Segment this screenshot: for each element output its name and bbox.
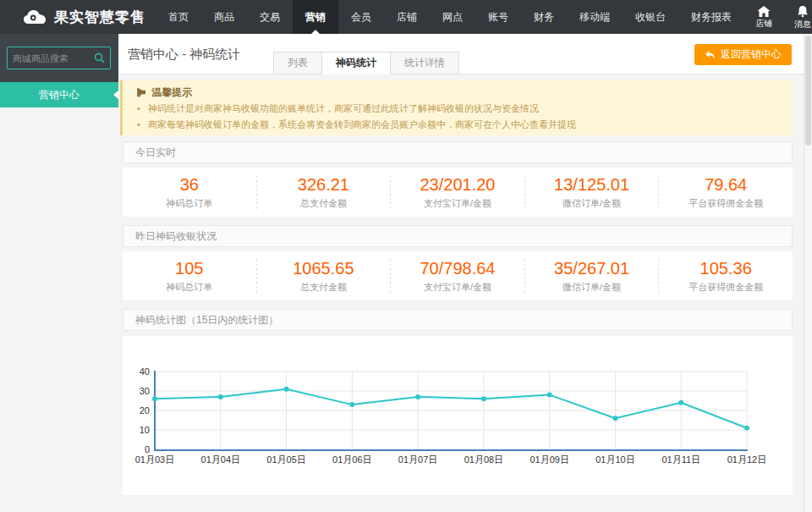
svg-text:01月11日: 01月11日 [661, 454, 700, 465]
stat-label: 微信订单/金额 [525, 198, 659, 209]
data-point [678, 400, 683, 405]
sidebar-search-box [7, 47, 111, 69]
data-point [612, 416, 617, 421]
nav-item[interactable]: 会员 [338, 0, 384, 34]
data-point [481, 396, 486, 401]
nav-item[interactable]: 商品 [201, 0, 247, 34]
nav-item[interactable]: 店铺 [384, 0, 430, 34]
stat-item: 23/201.20支付宝订单/金额 [390, 175, 524, 209]
svg-text:01月08日: 01月08日 [464, 454, 503, 465]
svg-text:01月05日: 01月05日 [266, 454, 305, 465]
back-arrow-icon [705, 50, 716, 60]
nav-menu: 首页商品交易营销会员店铺网点账号财务移动端收银台财务报表 [156, 0, 744, 34]
stat-label: 微信订单/金额 [525, 282, 659, 293]
stat-label: 支付宝订单/金额 [391, 198, 524, 209]
chart-card: 01020304001月03日01月04日01月05日01月06日01月07日0… [123, 336, 793, 495]
stat-value: 326.21 [257, 175, 391, 194]
search-icon[interactable] [94, 52, 105, 63]
notice-list: 神码统计是对商家神马收银功能的账单统计，商家可通过此统计了解神码收银的状况与资金… [134, 102, 781, 130]
svg-text:10: 10 [140, 425, 150, 435]
app-logo[interactable]: 果实智慧零售 [0, 8, 156, 27]
stat-item: 36神码总订单 [123, 175, 256, 209]
data-point [547, 393, 552, 398]
nav-item[interactable]: 财务 [521, 0, 567, 34]
message-bell-icon [783, 6, 812, 18]
sidebar-item-label: 营销中心 [39, 89, 80, 101]
stats-card-today: 36神码总订单326.21总支付金额23/201.20支付宝订单/金额13/12… [123, 168, 793, 217]
app-title: 果实智慧零售 [54, 8, 145, 27]
svg-text:01月09日: 01月09日 [529, 454, 568, 465]
svg-text:01月03日: 01月03日 [135, 454, 174, 465]
stat-item: 13/125.01微信订单/金额 [524, 175, 659, 209]
main-content: 温馨提示 神码统计是对商家神马收银功能的账单统计，商家可通过此统计了解神码收银的… [118, 74, 804, 495]
nav-item[interactable]: 收银台 [623, 0, 678, 34]
sidebar-item-marketing-center[interactable]: 营销中心 [0, 82, 118, 107]
nav-item[interactable]: 营销 [293, 0, 338, 34]
stat-value: 13/125.01 [525, 175, 659, 194]
stat-label: 支付宝订单/金额 [391, 282, 524, 293]
page-scrollbar[interactable] [804, 34, 812, 512]
search-input[interactable] [13, 53, 94, 63]
stat-label: 神码总订单 [123, 282, 256, 293]
nav-item[interactable]: 财务报表 [678, 0, 744, 34]
data-point [415, 394, 420, 399]
stat-value: 70/798.64 [391, 259, 524, 278]
notice-title-row: 温馨提示 [134, 86, 781, 98]
tab-统计详情[interactable]: 统计详情 [391, 52, 459, 74]
quick-action-label: 消息 [783, 19, 812, 29]
breadcrumb: 营销中心 - 神码统计 [128, 34, 240, 74]
nav-item[interactable]: 交易 [247, 0, 293, 34]
data-point [152, 396, 157, 401]
cloud-logo-icon [22, 8, 47, 25]
stat-label: 平台获得佣金金额 [659, 282, 793, 293]
section-header-chart: 神码统计图（15日内的统计图） [123, 309, 793, 331]
stat-item: 105神码总订单 [123, 259, 256, 293]
stat-label: 神码总订单 [123, 198, 256, 209]
stat-value: 35/267.01 [525, 259, 659, 278]
notice-item: 神码统计是对商家神马收银功能的账单统计，商家可通过此统计了解神码收银的状况与资金… [134, 102, 781, 114]
nav-item[interactable]: 账号 [475, 0, 521, 34]
stat-item: 1065.65总支付金额 [256, 259, 391, 293]
svg-text:30: 30 [140, 386, 150, 396]
stat-value: 36 [123, 175, 256, 194]
tab-列表[interactable]: 列表 [273, 52, 322, 74]
top-navbar: 果实智慧零售 首页商品交易营销会员店铺网点账号财务移动端收银台财务报表 店铺消息… [0, 0, 812, 34]
stat-value: 105.36 [659, 259, 793, 278]
stat-item: 35/267.01微信订单/金额 [524, 259, 659, 293]
svg-text:20: 20 [140, 405, 150, 416]
svg-text:01月12日: 01月12日 [727, 454, 766, 465]
section-header-yesterday: 昨日神码收银状况 [123, 225, 793, 247]
stat-item: 79.64平台获得佣金金额 [658, 175, 793, 209]
nav-item[interactable]: 网点 [430, 0, 475, 34]
stat-label: 总支付金额 [257, 198, 391, 209]
data-point [744, 426, 749, 431]
stats-card-yesterday: 105神码总订单1065.65总支付金额70/798.64支付宝订单/金额35/… [123, 251, 793, 300]
stat-item: 326.21总支付金额 [256, 175, 391, 209]
scrollbar-thumb[interactable] [805, 36, 811, 146]
quick-action-店铺[interactable]: 店铺 [744, 6, 783, 28]
nav-item[interactable]: 首页 [156, 0, 201, 34]
quick-action-label: 店铺 [744, 19, 783, 28]
page-header: 营销中心 - 神码统计 列表神码统计统计详情 返回营销中心 [118, 34, 804, 74]
stat-value: 79.64 [659, 175, 793, 194]
notice-item: 商家每笔神码收银订单的金额，系统会将资金转到商家的会员账户余额中，商家可在个人中… [134, 118, 781, 130]
section-header-today: 今日实时 [123, 141, 793, 163]
quick-action-消息[interactable]: 消息 [783, 6, 812, 29]
stat-label: 平台获得佣金金额 [659, 198, 793, 209]
sidebar [0, 34, 118, 82]
tab-神码统计[interactable]: 神码统计 [322, 52, 391, 74]
navbar-quick-actions: 店铺消息清缓存 [744, 4, 812, 30]
data-point [218, 394, 223, 399]
data-point [284, 387, 289, 392]
notice-box: 温馨提示 神码统计是对商家神马收银功能的账单统计，商家可通过此统计了解神码收银的… [120, 80, 793, 135]
stat-value: 23/201.20 [391, 175, 524, 194]
line-chart: 01020304001月03日01月04日01月05日01月06日01月07日0… [123, 366, 791, 475]
tab-bar: 列表神码统计统计详情 [273, 52, 459, 74]
svg-text:0: 0 [145, 444, 150, 454]
stat-value: 1065.65 [257, 259, 391, 278]
nav-item[interactable]: 移动端 [567, 0, 623, 34]
stat-item: 105.36平台获得佣金金额 [658, 259, 793, 293]
svg-text:01月10日: 01月10日 [595, 454, 634, 465]
back-to-marketing-button[interactable]: 返回营销中心 [694, 44, 792, 65]
svg-text:40: 40 [140, 366, 150, 377]
